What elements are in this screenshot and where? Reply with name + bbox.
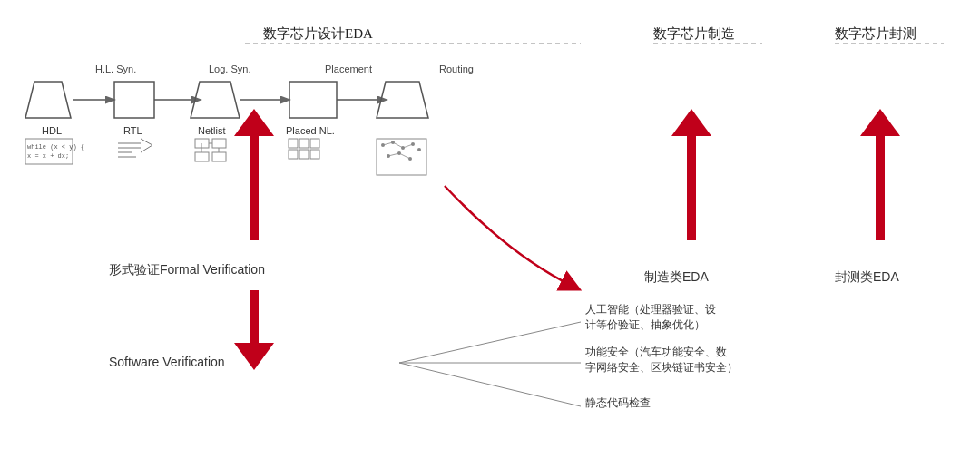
hdl-code-line1: while (x < y) { bbox=[27, 143, 84, 151]
package-arrow-up bbox=[860, 109, 900, 136]
package-eda-label: 封测类EDA bbox=[835, 269, 899, 284]
svg-line-39 bbox=[399, 153, 410, 159]
svg-line-36 bbox=[393, 142, 403, 148]
svg-point-34 bbox=[417, 148, 421, 151]
svg-rect-24 bbox=[310, 150, 319, 159]
ai-label-2: 计等价验证、抽象优化） bbox=[585, 318, 705, 331]
svg-line-37 bbox=[403, 144, 413, 148]
diagram-svg: 数字芯片设计EDA 数字芯片制造 数字芯片封测 H.L. Syn. Log. S… bbox=[0, 0, 980, 468]
rtl-shape bbox=[114, 82, 154, 118]
line-to-static bbox=[399, 363, 581, 406]
curve-arrow-to-ai bbox=[445, 186, 572, 286]
rtl-label: RTL bbox=[123, 125, 142, 136]
func-safety-label-2: 字网络安全、区块链证书安全） bbox=[585, 361, 738, 374]
svg-rect-23 bbox=[299, 150, 309, 159]
diagram-container: 数字芯片设计EDA 数字芯片制造 数字芯片封测 H.L. Syn. Log. S… bbox=[0, 0, 980, 468]
step-log-syn: Log. Syn. bbox=[209, 63, 250, 74]
svg-rect-21 bbox=[310, 139, 319, 148]
step-hl-syn: H.L. Syn. bbox=[95, 63, 136, 74]
svg-line-9 bbox=[141, 145, 152, 152]
step-placement: Placement bbox=[325, 63, 372, 74]
placed-nl-label: Placed NL. bbox=[286, 125, 335, 136]
eda-manufacture-label: 数字芯片制造 bbox=[653, 26, 735, 41]
hdl-code-line2: x = x + dx; bbox=[27, 152, 69, 160]
eda-design-label: 数字芯片设计EDA bbox=[263, 26, 373, 41]
svg-rect-12 bbox=[212, 139, 226, 148]
formal-verification-arrow-up bbox=[234, 109, 274, 136]
svg-line-8 bbox=[141, 139, 152, 145]
hdl-shape bbox=[25, 82, 71, 118]
svg-rect-13 bbox=[195, 152, 209, 161]
svg-line-38 bbox=[388, 153, 399, 156]
static-check-label: 静态代码检查 bbox=[585, 396, 651, 409]
line-to-ai bbox=[399, 322, 581, 363]
svg-rect-20 bbox=[299, 139, 309, 148]
hdl-label: HDL bbox=[42, 125, 62, 136]
formal-verification-label: 形式验证Formal Verification bbox=[109, 262, 265, 277]
placed-nl-shape bbox=[289, 82, 337, 118]
manufacture-eda-label: 制造类EDA bbox=[644, 269, 709, 284]
svg-rect-19 bbox=[289, 139, 298, 148]
netlist-label: Netlist bbox=[198, 125, 226, 136]
step-routing: Routing bbox=[439, 63, 474, 74]
software-verification-arrow-down bbox=[234, 343, 274, 370]
svg-line-35 bbox=[383, 142, 393, 145]
func-safety-label: 功能安全（汽车功能安全、数 bbox=[585, 346, 727, 358]
manufacture-arrow-up bbox=[671, 109, 711, 136]
svg-rect-14 bbox=[212, 152, 226, 161]
eda-package-label: 数字芯片封测 bbox=[835, 26, 916, 41]
ai-label: 人工智能（处理器验证、设 bbox=[585, 303, 716, 316]
svg-rect-22 bbox=[289, 150, 298, 159]
software-verification-label: Software Verification bbox=[109, 355, 225, 369]
